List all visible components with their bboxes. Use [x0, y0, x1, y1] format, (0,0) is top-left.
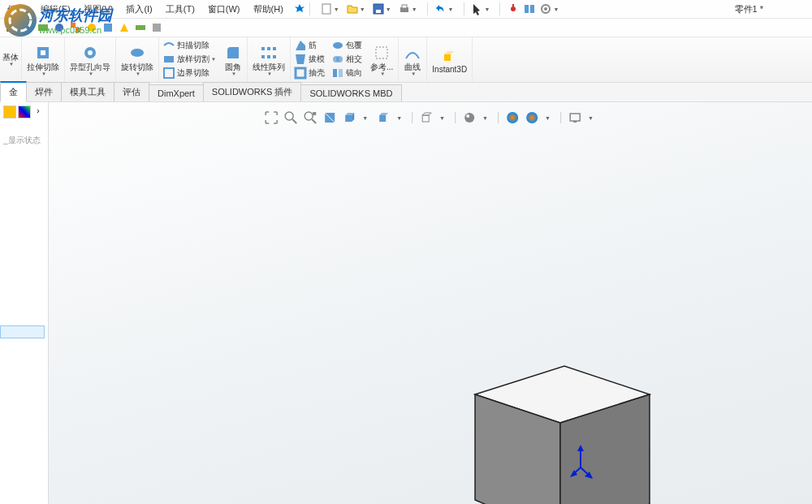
open-icon[interactable]: [346, 2, 359, 15]
ribbon-group-reference[interactable]: 参考... ▼: [365, 37, 399, 82]
ribbon-group-extrude-cut[interactable]: 拉伸切除 ▼: [22, 37, 65, 82]
tab-weldments[interactable]: 焊件: [26, 82, 62, 101]
intersect-button[interactable]: 相交: [331, 53, 362, 66]
hide-show-dropdown[interactable]: ▼: [439, 115, 445, 121]
view-orientation-dropdown[interactable]: ▼: [362, 115, 368, 121]
boundary-cut-button[interactable]: 边界切除: [162, 67, 216, 80]
view-settings-dropdown[interactable]: ▼: [545, 115, 551, 121]
open-dropdown[interactable]: ▼: [360, 6, 365, 12]
svg-line-45: [312, 119, 316, 123]
view-toolbar: ▼ ▼ ▼ ▼ ▼ ▼: [264, 110, 597, 125]
display-style-icon[interactable]: [376, 110, 391, 125]
new-icon[interactable]: [320, 2, 333, 15]
viewport-3d[interactable]: ▼ ▼ ▼ ▼ ▼ ▼: [49, 102, 812, 504]
curve-label: 曲线: [404, 62, 421, 71]
pin-icon[interactable]: [293, 2, 306, 15]
origin-triad[interactable]: [568, 443, 601, 485]
save-dropdown[interactable]: ▼: [386, 6, 391, 12]
render-dropdown[interactable]: ▼: [588, 115, 594, 121]
svg-rect-40: [376, 47, 387, 58]
print-icon[interactable]: [398, 2, 411, 15]
panel-collapse-handle[interactable]: [0, 325, 45, 338]
swept-cut-button[interactable]: 扫描切除: [162, 39, 216, 52]
new-dropdown[interactable]: ▼: [334, 6, 339, 12]
document-title: 零件1 *: [735, 3, 763, 15]
watermark-url: www.pc0359.cn: [39, 25, 112, 35]
svg-point-52: [466, 114, 469, 118]
select-dropdown[interactable]: ▼: [485, 6, 490, 12]
render-icon[interactable]: [568, 110, 582, 125]
undo-dropdown[interactable]: ▼: [448, 6, 454, 12]
svg-rect-32: [267, 55, 270, 58]
ribbon-group-curve[interactable]: 曲线 ▼: [399, 37, 427, 82]
zoom-area-icon[interactable]: [283, 110, 298, 125]
ribbon-group-hole-wizard[interactable]: 异型孔向导 ▼: [65, 37, 116, 82]
save-icon[interactable]: [372, 2, 385, 15]
tab-sw-mbd[interactable]: SOLIDWORKS MBD: [300, 84, 401, 101]
svg-rect-50: [422, 115, 429, 122]
tool-icon-9[interactable]: [134, 21, 147, 34]
tab-sw-plugins[interactable]: SOLIDWORKS 插件: [203, 82, 302, 101]
view-settings-icon[interactable]: [525, 110, 539, 125]
ribbon-group-revolve-cut[interactable]: 旋转切除 ▼: [116, 37, 159, 82]
ribbon-group-extrude-base[interactable]: 基体 ▼: [0, 37, 22, 82]
watermark: 河东软件园 www.pc0359.cn: [4, 4, 112, 37]
rebuild-icon[interactable]: [507, 2, 520, 15]
side-tab-1[interactable]: [3, 106, 16, 118]
section-view-icon[interactable]: [322, 110, 337, 125]
svg-rect-27: [164, 68, 174, 78]
tab-dimxpert[interactable]: DimXpert: [149, 84, 204, 101]
svg-rect-55: [570, 114, 580, 121]
zoom-fit-icon[interactable]: [264, 110, 279, 125]
menu-window[interactable]: 窗口(W): [205, 2, 244, 17]
hide-show-icon[interactable]: [419, 110, 434, 125]
svg-point-42: [285, 112, 293, 120]
svg-rect-9: [530, 5, 534, 13]
edit-appearance-icon[interactable]: [462, 110, 477, 125]
svg-rect-28: [261, 47, 265, 50]
apply-scene-icon[interactable]: [505, 110, 520, 125]
tab-sheetmetal[interactable]: 金: [0, 81, 27, 102]
settings-dropdown[interactable]: ▼: [553, 6, 559, 12]
print-dropdown[interactable]: ▼: [412, 6, 417, 12]
intersect-icon: [331, 53, 344, 66]
menu-insert[interactable]: 插入(I): [123, 2, 155, 17]
hole-wizard-icon: [81, 44, 99, 62]
svg-rect-49: [379, 115, 386, 122]
display-style-dropdown[interactable]: ▼: [396, 115, 402, 121]
wrap-button[interactable]: 包覆: [331, 39, 362, 52]
fillet-icon: [224, 44, 242, 62]
loft-cut-icon: [162, 53, 175, 66]
rib-button[interactable]: 筋: [294, 39, 325, 52]
ribbon-group-instant3d[interactable]: Instant3D: [427, 37, 473, 82]
cube-model[interactable]: [438, 313, 666, 504]
boundary-cut-icon: [162, 67, 175, 80]
ribbon-group-fillet[interactable]: 圆角 ▼: [219, 37, 248, 82]
menu-help[interactable]: 帮助(H): [250, 2, 287, 17]
svg-rect-3: [376, 10, 381, 13]
svg-rect-22: [41, 50, 45, 55]
side-tab-2[interactable]: [18, 106, 31, 118]
mirror-button[interactable]: 镜向: [331, 67, 362, 80]
view-orientation-icon[interactable]: [342, 110, 356, 125]
undo-icon[interactable]: [434, 2, 447, 15]
options-icon[interactable]: [523, 2, 536, 15]
edit-appearance-dropdown[interactable]: ▼: [482, 115, 488, 121]
ribbon-group-linear-pattern[interactable]: 线性阵列 ▼: [248, 37, 291, 82]
tool-icon-8[interactable]: [118, 21, 131, 34]
select-icon[interactable]: [471, 2, 484, 15]
draft-button[interactable]: 拔模: [294, 53, 325, 66]
chevron-down-icon: ▼: [89, 71, 93, 76]
side-expand-arrow[interactable]: ›: [32, 106, 44, 117]
menu-tools[interactable]: 工具(T): [162, 2, 198, 17]
ribbon-group-features-2: 包覆 相交 镜向: [328, 37, 365, 82]
settings-icon[interactable]: [539, 2, 552, 15]
prev-view-icon[interactable]: [303, 110, 317, 125]
tool-icon-10[interactable]: [150, 21, 163, 34]
shell-button[interactable]: 抽壳: [294, 67, 325, 80]
loft-cut-button[interactable]: 放样切割▼: [162, 53, 216, 66]
tab-evaluate[interactable]: 评估: [114, 82, 149, 101]
tab-mold-tools[interactable]: 模具工具: [61, 82, 114, 101]
main-area: › _显示状态 ▼ ▼ ▼ ▼ ▼ ▼: [0, 102, 812, 504]
reference-label: 参考...: [370, 62, 393, 71]
